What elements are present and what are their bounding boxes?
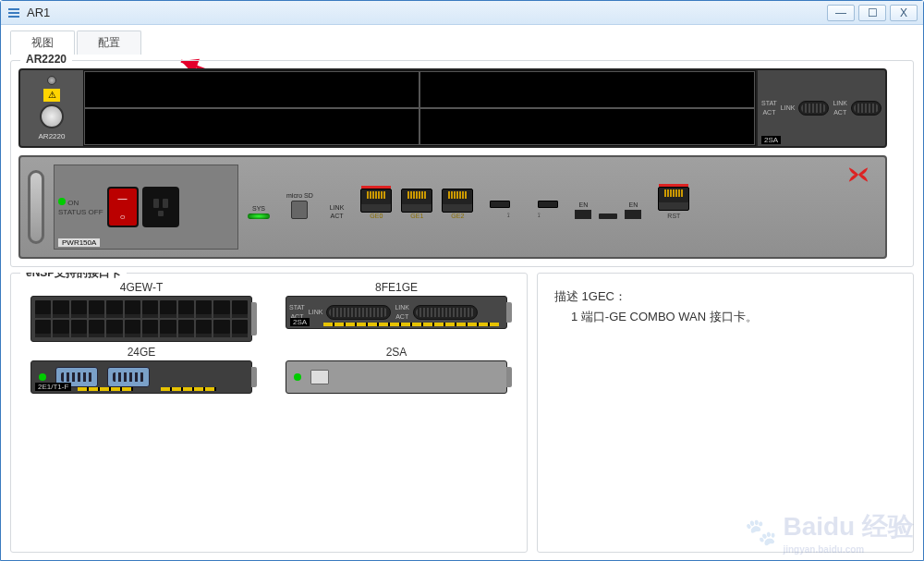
description-panel: 描述 1GEC： 1 端口-GE COMBO WAN 接口卡。 (537, 273, 914, 553)
card-label: 2SA (386, 346, 407, 359)
microsd-label: micro SD (286, 192, 313, 199)
device-model-label: AR2220 (20, 53, 72, 66)
cards-grid: 4GEW-T 8FE1GE STATACT (18, 281, 519, 394)
card-label: 8FE1GE (375, 281, 418, 294)
top-unit-model-label: AR2220 (39, 132, 66, 140)
screw-icon (47, 76, 56, 85)
sys-led-icon (248, 213, 270, 219)
led-labels: STAT ACT (761, 99, 777, 117)
card-cell-4gewt[interactable]: 4GEW-T (18, 281, 264, 342)
expansion-slots (83, 70, 756, 146)
serial-port-icon[interactable] (798, 101, 829, 116)
ge2-label: GE2 (451, 213, 464, 219)
window-title: AR1 (27, 6, 823, 19)
act-label: ACT (331, 213, 344, 219)
en-label: EN (628, 201, 638, 208)
microsd-group: micro SD (286, 192, 313, 219)
card-2sa (286, 360, 507, 394)
en-port-icon[interactable] (575, 210, 591, 219)
ge1-label: GE1 (410, 213, 423, 219)
status-label: STATUS (58, 208, 86, 216)
expansion-slot[interactable] (419, 71, 755, 108)
en-label: EN (578, 201, 588, 208)
usb-port[interactable] (538, 201, 558, 208)
huawei-logo-icon (843, 165, 874, 185)
device-scroll[interactable]: ⚠ AR2220 STAT (18, 68, 906, 259)
usb-symbol-icon: ⟟ (538, 212, 541, 219)
on-label: ON (67, 199, 79, 207)
led-labels: LINK ACT (833, 99, 847, 117)
chassis: ⚠ AR2220 STAT (18, 68, 887, 259)
psu-block: ON STATUS OFF —○ PWR150A (54, 165, 238, 250)
top-expansion-unit: ⚠ AR2220 STAT (18, 68, 887, 148)
app-window: AR1 — ☐ X 视图 配置 AR2220 ⚠ (0, 0, 924, 561)
usb-symbol-icon: ⟟ (507, 212, 510, 219)
right-module-2sa: STAT ACT LINK LINK ACT (756, 70, 885, 146)
hazard-icon: ⚠ (43, 89, 60, 102)
card-8fe1ge: STATACT LINK LINKACT 2SA (286, 296, 507, 329)
rack-handle-icon (28, 170, 44, 244)
rst-label: RST (667, 213, 680, 219)
card-label: 24GE (128, 346, 156, 359)
link-label: LINK (781, 104, 796, 113)
card-4gewt (30, 296, 252, 342)
ports-section: SYS micro SD LINK ACT (248, 187, 878, 228)
device-panel: AR2220 ⚠ AR2220 (10, 60, 914, 267)
sys-led-group: SYS (248, 205, 270, 219)
serial-port-icon[interactable] (851, 101, 881, 116)
expansion-slot[interactable] (84, 108, 419, 145)
link-label: LINK (330, 204, 345, 211)
tab-config[interactable]: 配置 (77, 30, 141, 55)
expansion-slot[interactable] (84, 71, 419, 108)
link-label: LINK (833, 99, 847, 108)
psu-status-label: ON STATUS OFF (58, 198, 103, 217)
card-cell-24ge[interactable]: 24GE 2E1/T1-F (18, 346, 264, 394)
cards-panel-title: eNSP支持的接口卡 (20, 273, 127, 281)
rj45-port-console[interactable] (658, 187, 689, 211)
psu-model-label: PWR150A (58, 238, 100, 247)
card-label: 4GEW-T (120, 281, 163, 294)
ac-inlet-icon (142, 187, 179, 227)
lower-row: eNSP支持的接口卡 4GEW-T (10, 273, 914, 553)
minimize-button[interactable]: — (827, 5, 855, 21)
rj45-port-ge2[interactable] (442, 189, 473, 213)
stat-label: STAT (761, 99, 777, 108)
en-port-group: EN (625, 201, 641, 219)
tabstrip: 视图 配置 (10, 30, 914, 55)
cards-panel: eNSP支持的接口卡 4GEW-T (10, 273, 528, 553)
description-title: 描述 1GEC： (554, 287, 896, 307)
power-switch[interactable]: —○ (107, 187, 139, 227)
knob-icon (40, 104, 64, 128)
close-button[interactable]: X (890, 5, 918, 21)
sys-label: SYS (252, 205, 265, 212)
usb-port[interactable] (490, 201, 510, 208)
microsd-slot-icon[interactable] (291, 201, 308, 219)
act-label: ACT (762, 108, 775, 117)
rj45-port-ge1[interactable] (401, 189, 432, 213)
card-cell-2sa[interactable]: 2SA (274, 346, 519, 394)
card-24ge: 2E1/T1-F (30, 360, 252, 394)
slot-icon (599, 213, 617, 219)
module-tag: 2SA (761, 136, 781, 144)
act-label: ACT (833, 108, 846, 117)
card-cell-8fe1ge[interactable]: 8FE1GE STATACT LINK LINKACT 2SA (274, 281, 519, 342)
expansion-slot[interactable] (419, 108, 755, 145)
app-icon (6, 6, 21, 20)
front-panel: ON STATUS OFF —○ PWR150A (18, 155, 887, 259)
maximize-button[interactable]: ☐ (858, 5, 886, 21)
ge0-label: GE0 (370, 213, 383, 219)
en-port-group: EN (575, 201, 591, 219)
rj45-port-ge0[interactable] (360, 189, 392, 213)
linkact-group: LINK ACT (330, 204, 345, 219)
app-body: 视图 配置 AR2220 ⚠ AR2220 (1, 25, 923, 560)
tab-view[interactable]: 视图 (10, 30, 75, 55)
top-left-plate: ⚠ AR2220 (20, 70, 83, 146)
rst-block: RST (658, 187, 689, 219)
led-labels: LINK (781, 104, 796, 113)
titlebar: AR1 — ☐ X (1, 1, 923, 25)
off-label: OFF (89, 208, 103, 216)
description-body: 1 端口-GE COMBO WAN 接口卡。 (554, 307, 896, 327)
en-port-icon[interactable] (625, 210, 641, 219)
